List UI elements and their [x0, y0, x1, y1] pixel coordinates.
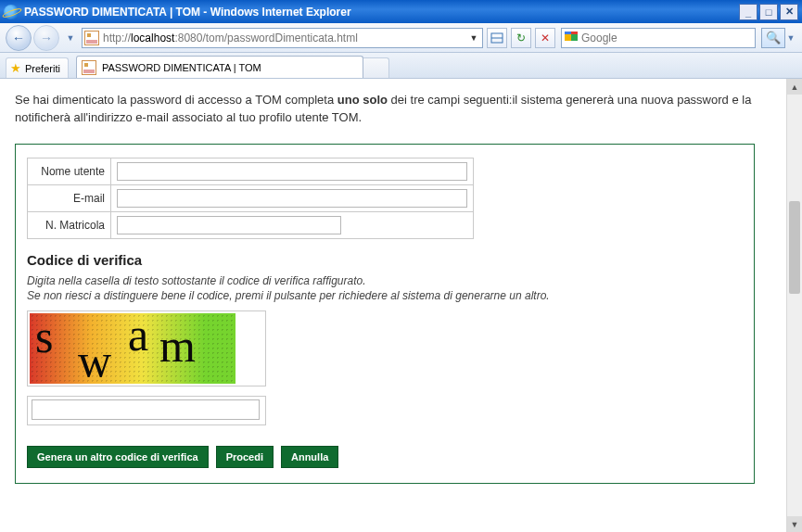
address-dropdown-icon[interactable]: ▼ [467, 33, 480, 43]
favorites-label: Preferiti [25, 63, 60, 74]
cell-email-input [111, 184, 474, 211]
window-controls: _ □ ✕ [739, 4, 798, 20]
verify-help: Digita nella casella di testo sottostant… [27, 273, 743, 303]
google-icon-part [565, 34, 578, 47]
button-row: Genera un altro codice di verifica Proce… [27, 446, 743, 468]
vertical-scrollbar[interactable]: ▲ ▼ [786, 79, 802, 532]
search-options-dropdown[interactable]: ▼ [785, 33, 796, 43]
address-text: http://localhost:8080/tom/passwordDiment… [103, 32, 467, 44]
nav-arrows: ← → [6, 25, 59, 51]
cell-matricola-input [111, 211, 474, 238]
star-icon: ★ [10, 61, 21, 75]
close-button[interactable]: ✕ [780, 4, 798, 20]
favorites-button[interactable]: ★ Preferiti [6, 57, 69, 78]
tab-strip: ★ Preferiti PASSWORD DIMENTICATA | TOM [0, 53, 802, 79]
captcha-char-4: m [159, 319, 196, 373]
content-viewport: Se hai dimenticato la password di access… [0, 79, 802, 532]
proceed-button[interactable]: Procedi [216, 446, 274, 468]
credentials-table: Nome utente E-mail N. Matricola [27, 158, 474, 239]
refresh-button[interactable]: ↻ [511, 28, 531, 48]
forward-button[interactable]: → [33, 25, 59, 51]
row-username: Nome utente [28, 158, 474, 184]
page-content: Se hai dimenticato la password di access… [0, 79, 786, 532]
verify-title: Codice di verifica [27, 252, 743, 268]
page-broken-icon [82, 60, 96, 75]
stop-button[interactable]: ✕ [535, 28, 555, 48]
back-button[interactable]: ← [6, 25, 32, 51]
url-path: :8080/tom/passwordDimenticata.html [174, 32, 357, 44]
regen-captcha-button[interactable]: Genera un altro codice di verifica [27, 446, 209, 468]
label-username: Nome utente [28, 158, 111, 184]
intro-pre: Se hai dimenticato la password di access… [15, 93, 337, 107]
maximize-button[interactable]: □ [759, 4, 778, 20]
matricola-input[interactable] [117, 216, 341, 234]
form-frame: Nome utente E-mail N. Matricola [15, 144, 755, 484]
intro-bold: uno solo [337, 93, 388, 107]
scroll-up-button[interactable]: ▲ [787, 79, 802, 95]
scroll-track[interactable] [787, 95, 802, 516]
navigation-bar: ← → ▼ http://localhost:8080/tom/password… [0, 23, 802, 53]
window-title: PASSWORD DIMENTICATA | TOM - Windows Int… [24, 6, 739, 19]
captcha-container: s w a m [27, 310, 266, 386]
row-email: E-mail [28, 184, 474, 211]
scroll-down-button[interactable]: ▼ [787, 516, 802, 532]
url-host: localhost [131, 32, 174, 44]
captcha-input-wrap [27, 396, 266, 425]
captcha-char-2: w [78, 334, 111, 384]
username-input[interactable] [117, 162, 467, 181]
url-scheme: http:// [103, 32, 131, 44]
captcha-char-1: s [35, 313, 53, 363]
address-bar[interactable]: http://localhost:8080/tom/passwordDiment… [82, 28, 483, 48]
tab-title: PASSWORD DIMENTICATA | TOM [102, 62, 261, 73]
verify-help-1: Digita nella casella di testo sottostant… [27, 274, 366, 287]
search-go-button[interactable]: 🔍 [761, 28, 785, 48]
search-placeholder: Google [581, 32, 752, 44]
compat-view-button[interactable] [487, 28, 507, 48]
row-matricola: N. Matricola [28, 211, 474, 238]
label-email: E-mail [28, 184, 111, 211]
captcha-char-3: a [128, 313, 148, 361]
cell-username-input [111, 158, 474, 184]
page-broken-icon [84, 31, 99, 45]
nav-history-dropdown[interactable]: ▼ [65, 29, 76, 47]
captcha-input[interactable] [32, 399, 260, 420]
intro-text: Se hai dimenticato la password di access… [15, 92, 757, 127]
window-titlebar: PASSWORD DIMENTICATA | TOM - Windows Int… [0, 0, 802, 23]
search-box[interactable]: Google [561, 28, 756, 48]
minimize-button[interactable]: _ [739, 4, 757, 20]
verify-help-2: Se non riesci a distinguere bene il codi… [27, 289, 550, 302]
tab-active[interactable]: PASSWORD DIMENTICATA | TOM [76, 56, 363, 78]
new-tab-button[interactable] [363, 57, 389, 78]
scroll-thumb[interactable] [789, 201, 800, 294]
ie-icon [4, 5, 19, 19]
label-matricola: N. Matricola [28, 211, 111, 238]
captcha-image: s w a m [30, 313, 236, 384]
email-input[interactable] [117, 189, 467, 208]
cancel-button[interactable]: Annulla [281, 446, 338, 468]
